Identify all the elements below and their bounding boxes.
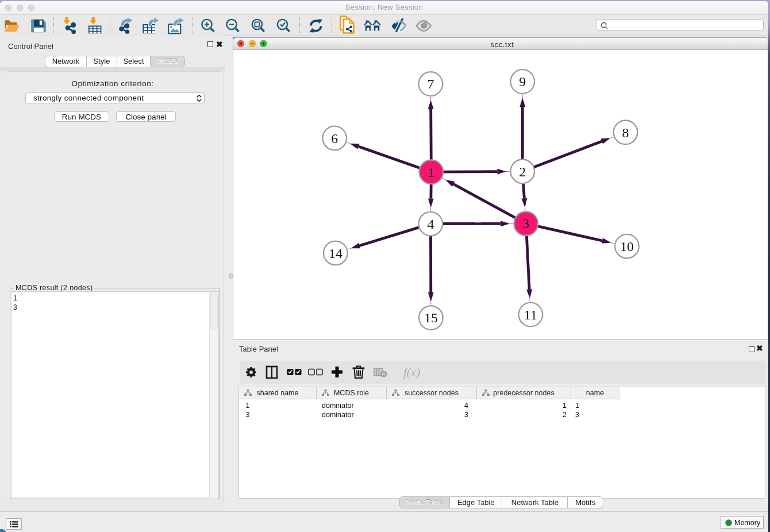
svg-text:1: 1 — [428, 165, 434, 180]
svg-text:15: 15 — [424, 310, 438, 325]
svg-text:8: 8 — [622, 125, 629, 140]
svg-text:7: 7 — [427, 76, 434, 91]
svg-text:10: 10 — [620, 239, 634, 254]
svg-text:2: 2 — [519, 164, 526, 179]
svg-text:6: 6 — [331, 131, 338, 146]
svg-text:11: 11 — [524, 307, 537, 322]
svg-text:4: 4 — [427, 217, 434, 232]
svg-text:9: 9 — [519, 74, 526, 89]
svg-text:3: 3 — [522, 216, 529, 231]
svg-text:f(x): f(x) — [403, 365, 420, 379]
svg-text:14: 14 — [329, 246, 342, 261]
